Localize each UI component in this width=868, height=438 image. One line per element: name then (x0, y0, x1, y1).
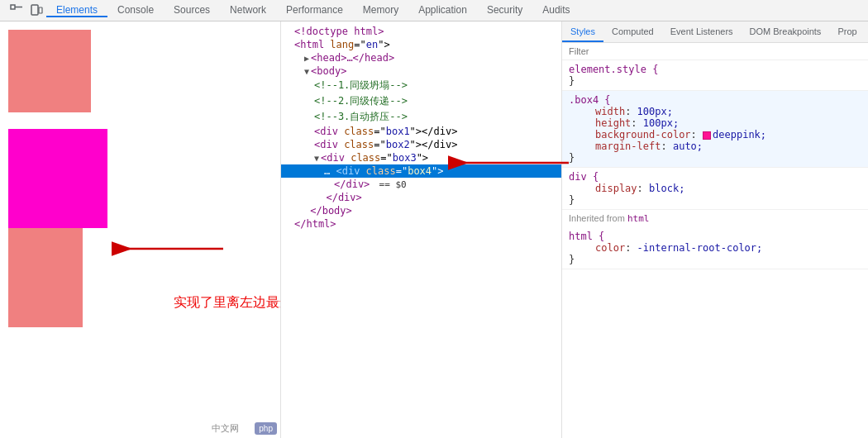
box4-rule: .box4 { width: 100px; height: 100px; bac… (562, 91, 868, 168)
tab-prop[interactable]: Prop (829, 21, 865, 42)
right-panel-wrapper: Styles Computed Event Listeners DOM Brea… (562, 21, 868, 438)
device-icon[interactable] (26, 1, 46, 21)
tab-performance[interactable]: Performance (276, 4, 353, 17)
tab-memory[interactable]: Memory (353, 4, 408, 17)
tab-sources[interactable]: Sources (164, 4, 220, 17)
tab-event-listeners[interactable]: Event Listeners (662, 21, 742, 42)
box4-selector: .box4 { (569, 94, 861, 106)
svg-rect-2 (31, 5, 38, 15)
box4-height-prop: height: 100px; (582, 117, 861, 129)
div-rule: div { display: block; } (562, 168, 868, 210)
box4-closing: } (569, 152, 861, 164)
box4-bgcolor-prop: background-color: deeppink; (582, 129, 861, 140)
tab-computed[interactable]: Computed (603, 21, 662, 42)
box4-width-prop: width: 100px; (582, 106, 861, 117)
main-tab-bar: Elements Console Sources Network Perform… (46, 4, 861, 17)
div-closing: } (569, 194, 861, 206)
element-style-closing: } (569, 75, 861, 87)
tab-dom-breakpoints[interactable]: DOM Breakpoints (742, 21, 830, 42)
filter-input[interactable] (569, 46, 861, 56)
dom-line-html[interactable]: <html lang="en"> (281, 38, 561, 51)
element-style-selector: element.style { (569, 64, 861, 75)
inherited-header: Inherited from html (562, 210, 868, 227)
inspect-icon[interactable] (7, 1, 26, 21)
div-display-prop: display: block; (582, 183, 861, 194)
dom-line-html-close[interactable]: </html> (281, 217, 561, 231)
main-area: 实现了里离左边最远，靠右对齐 中文网 php <!doctype html> <… (0, 21, 868, 438)
html-color-prop: color: -internal-root-color; (582, 242, 861, 254)
box-salmon (8, 30, 91, 112)
tab-styles[interactable]: Styles (562, 21, 603, 42)
tab-network[interactable]: Network (220, 4, 276, 17)
box-magenta (8, 129, 107, 228)
html-closing: } (569, 254, 861, 265)
dom-line-comment2[interactable]: <!--2.同级传递--> (281, 93, 561, 109)
styles-tabs: Styles Computed Event Listeners DOM Brea… (562, 21, 868, 43)
styles-panel: element.style { } .box4 { width: 100px; … (562, 43, 868, 438)
dom-line-box2[interactable]: <div class="box2"></div> (281, 138, 561, 151)
webpage-preview: 实现了里离左边最远，靠右对齐 中文网 php (0, 21, 281, 438)
dom-line-body-close[interactable]: </body> (281, 204, 561, 217)
dom-line-box3-close[interactable]: </div> (281, 191, 561, 204)
dom-line-comment1[interactable]: <!--1.同级坍塌--> (281, 78, 561, 93)
dom-line-box4-selected[interactable]: … <div class="box4"> (281, 164, 561, 178)
deeppink-swatch (703, 131, 711, 140)
tab-console[interactable]: Console (107, 4, 164, 17)
dom-line-box4-close[interactable]: </div> == $0 (281, 178, 561, 191)
dom-line-box1[interactable]: <div class="box1"></div> (281, 125, 561, 138)
box4-marginleft-prop: margin-left: auto; (582, 140, 861, 152)
annotation-text: 实现了里离左边最远，靠右对齐 (174, 294, 281, 312)
dom-line-body[interactable]: ▼<body> (281, 64, 561, 78)
dom-line-comment3[interactable]: <!--3.自动挤压--> (281, 109, 561, 125)
dom-panel: <!doctype html> <html lang="en"> ▶<head>… (281, 21, 562, 438)
element-style-rule: element.style { } (562, 60, 868, 91)
div-selector: div { (569, 171, 861, 183)
tab-audits[interactable]: Audits (532, 4, 579, 17)
html-selector: html { (569, 231, 861, 242)
html-rule: html { color: -internal-root-color; } (562, 227, 868, 269)
svg-rect-3 (39, 7, 42, 13)
zhongwen-logo: 中文网 (212, 422, 239, 435)
tab-application[interactable]: Application (408, 4, 477, 17)
dom-line-box3[interactable]: ▼<div class="box3"> (281, 151, 561, 164)
dom-line-head[interactable]: ▶<head>…</head> (281, 51, 561, 64)
dom-line-doctype[interactable]: <!doctype html> (281, 25, 561, 38)
filter-bar (562, 43, 868, 60)
devtools-toolbar: Elements Console Sources Network Perform… (0, 0, 868, 21)
svg-rect-0 (11, 5, 15, 9)
tab-elements[interactable]: Elements (46, 4, 107, 17)
tab-security[interactable]: Security (477, 4, 532, 17)
php-logo: php (255, 422, 277, 435)
